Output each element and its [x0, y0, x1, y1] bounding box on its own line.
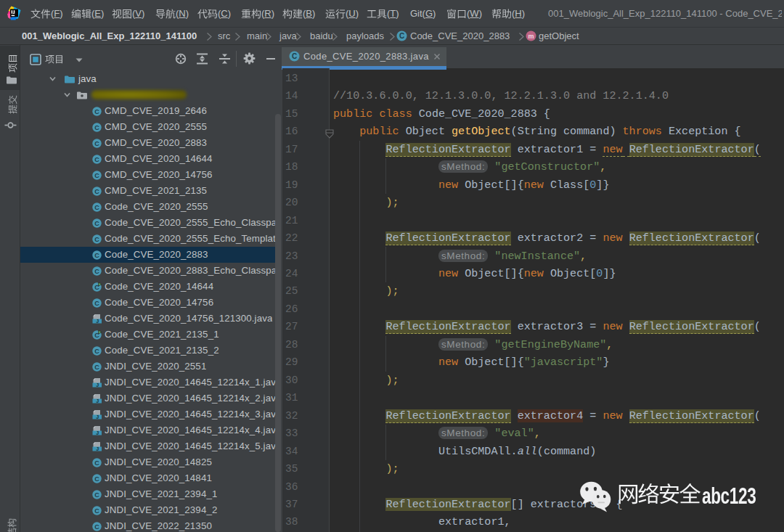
svg-text:J: J	[96, 398, 99, 404]
svg-text:C: C	[94, 459, 99, 466]
svg-text:m: m	[528, 33, 534, 40]
svg-text:C: C	[94, 203, 99, 210]
svg-text:C: C	[94, 219, 99, 226]
svg-text:C: C	[94, 491, 99, 498]
svg-text:J: J	[96, 446, 99, 451]
svg-text:C: C	[94, 267, 99, 274]
svg-text:C: C	[292, 52, 297, 60]
svg-text:C: C	[94, 347, 99, 354]
svg-text:C: C	[94, 187, 99, 195]
svg-text:J: J	[96, 382, 99, 388]
svg-text:C: C	[399, 32, 404, 40]
svg-text:C: C	[94, 235, 99, 242]
svg-text:C: C	[94, 171, 99, 179]
svg-text:J: J	[96, 430, 99, 435]
svg-text:C: C	[94, 523, 99, 530]
svg-text:C: C	[94, 299, 99, 306]
svg-text:C: C	[94, 251, 99, 258]
svg-text:J: J	[96, 414, 99, 420]
svg-text:J: J	[96, 319, 99, 324]
svg-text:C: C	[94, 123, 99, 131]
svg-text:C: C	[94, 139, 99, 147]
svg-text:C: C	[94, 107, 99, 115]
svg-text:C: C	[94, 507, 99, 514]
svg-text:C: C	[94, 155, 99, 163]
svg-text:C: C	[94, 475, 99, 482]
svg-text:C: C	[94, 363, 99, 370]
